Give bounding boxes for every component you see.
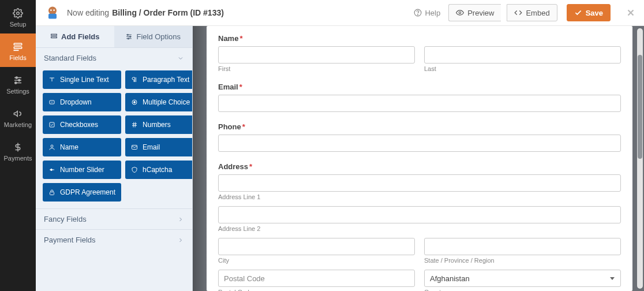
city-sublabel: City bbox=[218, 257, 415, 264]
field-label: Checkboxes bbox=[60, 121, 98, 129]
close-icon bbox=[626, 8, 636, 18]
svg-rect-21 bbox=[51, 37, 57, 38]
postal-sublabel: Postal Code bbox=[218, 289, 415, 291]
save-label: Save bbox=[586, 9, 603, 17]
field-multiple-choice[interactable]: Multiple Choice bbox=[125, 93, 193, 111]
email-label-text: Email bbox=[218, 83, 238, 91]
nav-settings[interactable]: Settings bbox=[0, 67, 36, 100]
group-payment-fields[interactable]: Payment Fields bbox=[36, 229, 192, 250]
nav-settings-label: Settings bbox=[6, 88, 29, 95]
postal-input[interactable] bbox=[218, 270, 415, 287]
group-payment-label: Payment Fields bbox=[44, 236, 96, 244]
scrollbar-thumb[interactable] bbox=[638, 55, 642, 159]
chevron-right-icon bbox=[177, 216, 184, 223]
hash-icon bbox=[131, 121, 138, 128]
help-link[interactable]: Help bbox=[414, 9, 440, 17]
nav-marketing[interactable]: Marketing bbox=[0, 100, 36, 134]
field-label: Single Line Text bbox=[60, 76, 109, 84]
main-nav: Setup Fields Settings Marketing Payments bbox=[0, 0, 36, 291]
sliders-icon bbox=[13, 75, 23, 85]
tab-add-label: Add Fields bbox=[61, 32, 99, 41]
svg-point-13 bbox=[50, 9, 52, 11]
nav-fields-label: Fields bbox=[9, 54, 26, 61]
tab-field-options[interactable]: Field Options bbox=[114, 26, 193, 47]
canvas-shadow bbox=[193, 26, 207, 291]
address-label: Address* bbox=[218, 162, 621, 171]
mail-icon bbox=[131, 144, 138, 151]
last-name-sublabel: Last bbox=[424, 65, 621, 72]
email-input[interactable] bbox=[218, 95, 621, 112]
svg-point-36 bbox=[51, 145, 53, 147]
group-fancy-fields[interactable]: Fancy Fields bbox=[36, 208, 192, 229]
field-email[interactable]: Email bbox=[125, 138, 193, 156]
phone-label: Phone* bbox=[218, 122, 621, 131]
field-dropdown[interactable]: Dropdown bbox=[43, 93, 121, 111]
text-icon bbox=[48, 76, 55, 83]
field-number-slider[interactable]: Number Slider bbox=[43, 161, 121, 179]
field-name[interactable]: Name bbox=[43, 138, 121, 156]
address-line2-sublabel: Address Line 2 bbox=[218, 225, 621, 232]
nav-marketing-label: Marketing bbox=[4, 121, 32, 128]
check-icon bbox=[48, 121, 55, 128]
field-single-line-text[interactable]: Single Line Text bbox=[43, 70, 121, 89]
group-standard-label: Standard Fields bbox=[44, 54, 96, 62]
nav-payments-label: Payments bbox=[4, 155, 32, 162]
dollar-icon bbox=[13, 142, 23, 152]
address-line1-input[interactable] bbox=[218, 174, 621, 192]
nav-payments[interactable]: Payments bbox=[0, 134, 36, 167]
nav-fields[interactable]: Fields bbox=[0, 33, 36, 67]
svg-rect-31 bbox=[50, 122, 54, 127]
svg-rect-1 bbox=[14, 43, 22, 45]
svg-point-7 bbox=[18, 80, 20, 81]
address-line2-input[interactable] bbox=[218, 206, 621, 223]
editing-prefix: Now editing bbox=[67, 8, 109, 17]
tab-add-fields[interactable]: Add Fields bbox=[36, 26, 114, 47]
help-icon bbox=[414, 9, 422, 17]
svg-point-11 bbox=[48, 7, 57, 15]
field-checkboxes[interactable]: Checkboxes bbox=[43, 115, 121, 134]
svg-point-5 bbox=[16, 77, 17, 79]
last-name-input[interactable] bbox=[424, 46, 621, 64]
scrollbar-track[interactable] bbox=[637, 28, 643, 289]
save-button[interactable]: Save bbox=[567, 4, 611, 21]
country-sublabel: Country bbox=[424, 289, 621, 291]
chevron-down-icon bbox=[177, 55, 184, 62]
field-numbers[interactable]: Numbers bbox=[125, 115, 193, 134]
paragraph-icon bbox=[131, 76, 138, 83]
caret-icon bbox=[48, 99, 55, 106]
country-select[interactable]: Afghanistan bbox=[424, 270, 621, 287]
embed-label: Embed bbox=[526, 9, 549, 17]
field-label: Email bbox=[143, 143, 160, 151]
tab-options-label: Field Options bbox=[136, 32, 181, 41]
region-input[interactable] bbox=[424, 238, 621, 255]
form-title: Billing / Order Form (ID #133) bbox=[112, 8, 224, 17]
nav-setup[interactable]: Setup bbox=[0, 0, 36, 33]
app-logo bbox=[44, 4, 61, 21]
name-label: Name* bbox=[218, 34, 621, 43]
radio-icon bbox=[131, 99, 138, 106]
slider-icon bbox=[48, 166, 55, 173]
embed-button[interactable]: Embed bbox=[507, 4, 557, 21]
required-asterisk: * bbox=[239, 83, 242, 91]
options-icon bbox=[125, 33, 133, 40]
email-label: Email* bbox=[218, 83, 621, 91]
canvas-wrap: Name* First Last Email* P bbox=[193, 26, 644, 291]
form-icon bbox=[13, 42, 23, 52]
field-hcaptcha[interactable]: hCaptcha bbox=[125, 161, 193, 179]
city-input[interactable] bbox=[218, 238, 415, 255]
phone-input[interactable] bbox=[218, 135, 621, 152]
field-paragraph-text[interactable]: Paragraph Text bbox=[125, 70, 193, 89]
form-canvas[interactable]: Name* First Last Email* P bbox=[207, 26, 632, 291]
field-gdpr-agreement[interactable]: GDPR Agreement bbox=[43, 183, 121, 202]
group-fancy-label: Fancy Fields bbox=[44, 215, 87, 223]
lock-icon bbox=[48, 189, 55, 196]
close-button[interactable] bbox=[626, 8, 636, 18]
chevron-right-icon bbox=[177, 237, 184, 244]
first-name-input[interactable] bbox=[218, 46, 415, 64]
topbar: Now editing Billing / Order Form (ID #13… bbox=[36, 0, 644, 26]
form-email-block: Email* bbox=[218, 83, 621, 112]
shield-icon bbox=[131, 166, 138, 173]
address-line1-sublabel: Address Line 1 bbox=[218, 193, 621, 200]
group-standard-fields[interactable]: Standard Fields bbox=[36, 48, 192, 68]
preview-button[interactable]: Preview bbox=[448, 4, 501, 21]
